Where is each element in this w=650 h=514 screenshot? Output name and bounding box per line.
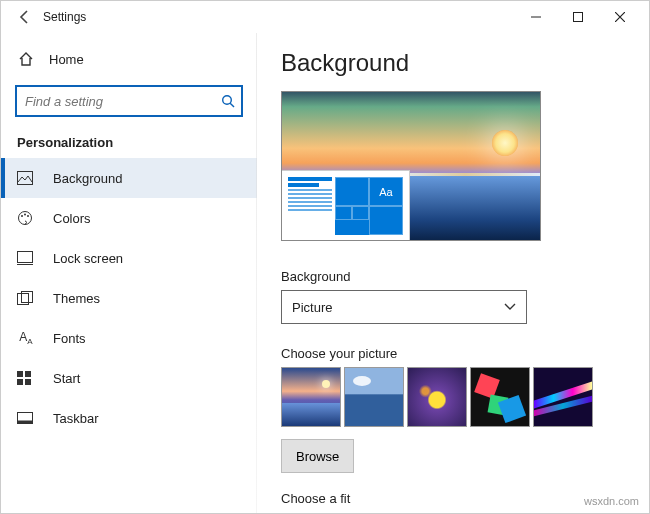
svg-point-6: [21, 215, 23, 217]
svg-rect-16: [25, 379, 31, 385]
sidebar-group-label: Personalization: [1, 131, 257, 158]
home-nav[interactable]: Home: [1, 41, 257, 77]
picture-thumb-1[interactable]: [281, 367, 341, 427]
sidebar-item-label: Fonts: [53, 331, 86, 346]
sidebar-item-background[interactable]: Background: [1, 158, 257, 198]
page-title: Background: [281, 49, 625, 77]
svg-rect-15: [17, 379, 23, 385]
sidebar-item-label: Themes: [53, 291, 100, 306]
background-type-label: Background: [281, 269, 625, 284]
svg-point-5: [19, 212, 32, 225]
svg-rect-13: [17, 371, 23, 377]
sidebar: Home Personalization Background: [1, 33, 257, 513]
picture-thumb-2[interactable]: [344, 367, 404, 427]
back-icon[interactable]: [17, 9, 33, 25]
svg-rect-14: [25, 371, 31, 377]
background-type-value: Picture: [292, 300, 332, 315]
search-icon: [221, 94, 235, 108]
sidebar-item-label: Lock screen: [53, 251, 123, 266]
palette-icon: [17, 210, 35, 226]
sidebar-item-fonts[interactable]: AA Fonts: [1, 318, 257, 358]
taskbar-icon: [17, 412, 35, 424]
picture-icon: [17, 171, 35, 185]
picture-thumbnails: [281, 367, 625, 427]
sample-text-tile: Aa: [369, 177, 403, 206]
choose-fit-label: Choose a fit: [281, 491, 625, 506]
sidebar-item-label: Taskbar: [53, 411, 99, 426]
home-label: Home: [49, 52, 84, 67]
themes-icon: [17, 291, 35, 305]
sidebar-item-label: Colors: [53, 211, 91, 226]
sidebar-item-colors[interactable]: Colors: [1, 198, 257, 238]
search-input[interactable]: [15, 85, 243, 117]
svg-rect-9: [18, 252, 33, 263]
svg-point-7: [24, 214, 26, 216]
choose-picture-label: Choose your picture: [281, 346, 625, 361]
minimize-button[interactable]: [515, 3, 557, 31]
browse-button[interactable]: Browse: [281, 439, 354, 473]
lock-screen-icon: [17, 251, 35, 265]
svg-rect-1: [574, 13, 583, 22]
svg-rect-4: [18, 172, 33, 185]
content-area: Background Aa Bac: [257, 33, 649, 513]
app-title: Settings: [43, 10, 86, 24]
svg-line-3: [230, 103, 234, 107]
titlebar: Settings: [1, 1, 649, 33]
svg-point-2: [223, 96, 232, 105]
start-icon: [17, 371, 35, 385]
home-icon: [17, 51, 35, 67]
sample-window: Aa: [282, 170, 410, 240]
picture-thumb-3[interactable]: [407, 367, 467, 427]
fonts-icon: AA: [17, 330, 35, 346]
sidebar-item-label: Start: [53, 371, 80, 386]
maximize-button[interactable]: [557, 3, 599, 31]
svg-rect-18: [18, 421, 33, 424]
sidebar-item-taskbar[interactable]: Taskbar: [1, 398, 257, 438]
background-type-select[interactable]: Picture: [281, 290, 527, 324]
sidebar-item-label: Background: [53, 171, 122, 186]
watermark: wsxdn.com: [584, 495, 639, 507]
sidebar-item-start[interactable]: Start: [1, 358, 257, 398]
chevron-down-icon: [504, 303, 516, 311]
sidebar-item-lockscreen[interactable]: Lock screen: [1, 238, 257, 278]
svg-point-8: [27, 215, 29, 217]
desktop-preview: Aa: [281, 91, 541, 241]
sidebar-item-themes[interactable]: Themes: [1, 278, 257, 318]
picture-thumb-4[interactable]: [470, 367, 530, 427]
picture-thumb-5[interactable]: [533, 367, 593, 427]
close-button[interactable]: [599, 3, 641, 31]
